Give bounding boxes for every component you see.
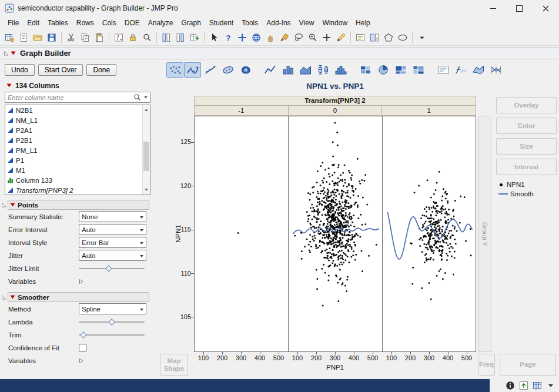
menu-tools[interactable]: Tools (237, 18, 262, 28)
graph-type-treemap-icon[interactable] (392, 62, 409, 78)
undo-button[interactable]: Undo (5, 64, 35, 76)
globe-tool-icon[interactable] (250, 31, 263, 44)
size-drop-zone[interactable]: Size (496, 138, 557, 155)
menu-file[interactable]: File (4, 18, 23, 28)
collapse-icon[interactable] (1, 294, 6, 300)
pen-tool-icon[interactable] (334, 31, 347, 44)
jitter-limit-slider[interactable] (79, 264, 145, 273)
column-item[interactable]: Transform[PNP3] 2 (5, 185, 142, 195)
crosshair-tool-icon[interactable] (236, 31, 249, 44)
lambda-slider[interactable] (79, 318, 145, 326)
graph-type-heatmap-icon[interactable] (357, 62, 374, 78)
panel-label[interactable]: 0 (289, 105, 383, 116)
slider-thumb[interactable] (105, 265, 112, 272)
copy-icon[interactable] (79, 31, 92, 44)
variables-disclosure-icon[interactable] (79, 279, 83, 284)
interval-drop-zone[interactable]: Interval (496, 159, 557, 175)
confidence-of-fit-checkbox[interactable] (79, 344, 86, 351)
annotate-tool-icon[interactable] (354, 31, 367, 44)
columns-list-scrollbar[interactable] (142, 105, 150, 195)
menu-analyze[interactable]: Analyze (144, 18, 178, 28)
column-search-input[interactable] (5, 92, 150, 103)
search-icon[interactable] (140, 31, 153, 44)
info-icon[interactable] (506, 381, 515, 390)
error-interval-select[interactable]: Auto (79, 224, 146, 235)
menu-view[interactable]: View (295, 18, 319, 28)
column-item[interactable]: P1 (5, 155, 142, 165)
menu-cols[interactable]: Cols (98, 18, 120, 28)
column-item[interactable]: P2A1 (5, 125, 142, 135)
menu-tables[interactable]: Tables (43, 18, 72, 28)
slider-thumb[interactable] (108, 319, 115, 325)
save-icon[interactable] (45, 31, 58, 44)
scrollbar-thumb[interactable] (143, 142, 149, 171)
menu-help[interactable]: Help (352, 18, 374, 28)
dropdown-caret-icon[interactable] (546, 381, 555, 390)
add-columns-icon[interactable] (188, 31, 201, 44)
graph-type-formula-icon[interactable] (452, 62, 469, 78)
legend-item[interactable]: Smooth (498, 189, 534, 199)
page-drop-zone[interactable]: Page (500, 354, 556, 376)
summary-statistic-select[interactable]: None (79, 211, 146, 222)
formula-editor-icon[interactable]: f (112, 31, 125, 44)
interval-style-select[interactable]: Error Bar (79, 237, 146, 248)
jitter-select[interactable]: Auto (79, 250, 146, 261)
graph-type-pie-icon[interactable] (374, 62, 391, 78)
graph-type-caption-box-icon[interactable] (434, 62, 451, 78)
graph-type-parallel-icon[interactable] (487, 62, 504, 78)
graph-type-smoother-icon[interactable] (184, 62, 201, 78)
start-over-button[interactable]: Start Over (38, 64, 83, 76)
arrow-tool-icon[interactable] (207, 31, 220, 44)
red-triangle-menu-icon[interactable] (10, 203, 15, 207)
hand-tool-icon[interactable] (264, 31, 277, 44)
group-x-header[interactable]: Transform[PNP3] 2 (194, 96, 476, 106)
column-item[interactable]: PM_L1 (5, 145, 142, 155)
panel-label[interactable]: -1 (194, 105, 289, 116)
column-item[interactable]: Column 133 (5, 175, 142, 185)
freq-drop-zone[interactable]: Freq (478, 354, 495, 376)
lasso-tool-icon[interactable] (292, 31, 305, 44)
open-icon[interactable] (31, 31, 44, 44)
trim-slider[interactable] (79, 331, 145, 339)
help-tool-icon[interactable]: ? (222, 31, 235, 44)
graph-type-box-plot-icon[interactable] (314, 62, 332, 78)
graph-title[interactable]: NPN1 vs. PNP1 (194, 82, 476, 91)
red-triangle-menu-icon[interactable] (11, 51, 16, 55)
graph-type-area-icon[interactable] (297, 62, 314, 78)
layout-tool-icon[interactable] (368, 31, 381, 44)
menu-edit[interactable]: Edit (23, 18, 43, 28)
graph-type-histogram-icon[interactable] (332, 62, 349, 78)
new-data-table-icon[interactable] (3, 31, 16, 44)
data-table-icon[interactable] (533, 381, 542, 390)
graph-type-bar-icon[interactable] (279, 62, 296, 78)
graph-type-surface-icon[interactable] (470, 62, 487, 78)
slider-thumb[interactable] (80, 331, 86, 338)
x-axis-title[interactable]: PNP1 (194, 364, 476, 371)
column-item[interactable]: N2B1 (5, 105, 142, 115)
column-item[interactable]: NM_L1 (5, 115, 142, 125)
map-shape-drop-zone[interactable]: Map Shape (160, 354, 188, 376)
minimize-button[interactable] (480, 0, 506, 16)
red-triangle-menu-icon[interactable] (10, 295, 15, 299)
paste-columns-icon[interactable] (174, 31, 187, 44)
new-journal-icon[interactable] (17, 31, 30, 44)
menu-doe[interactable]: DOE (120, 18, 144, 28)
panel-label[interactable]: 1 (382, 105, 476, 116)
plus-tool-icon[interactable] (320, 31, 333, 44)
red-triangle-menu-icon[interactable] (6, 83, 12, 88)
scatter-plot[interactable] (194, 116, 476, 352)
restore-window-icon[interactable] (519, 381, 528, 390)
copy-columns-icon[interactable] (160, 31, 173, 44)
group-y-drop-zone[interactable]: Group Y (478, 116, 491, 352)
column-item[interactable]: M1 (5, 165, 142, 175)
brush-tool-icon[interactable] (278, 31, 291, 44)
polygon-tool-icon[interactable] (382, 31, 395, 44)
color-drop-zone[interactable]: Color (496, 118, 557, 134)
oval-tool-icon[interactable] (396, 31, 409, 44)
lock-icon[interactable] (126, 31, 139, 44)
graph-type-line-of-fit-icon[interactable] (202, 62, 219, 78)
cut-icon[interactable] (65, 31, 78, 44)
menu-add-ins[interactable]: Add-Ins (262, 18, 294, 28)
menu-window[interactable]: Window (318, 18, 352, 28)
done-button[interactable]: Done (86, 64, 116, 76)
